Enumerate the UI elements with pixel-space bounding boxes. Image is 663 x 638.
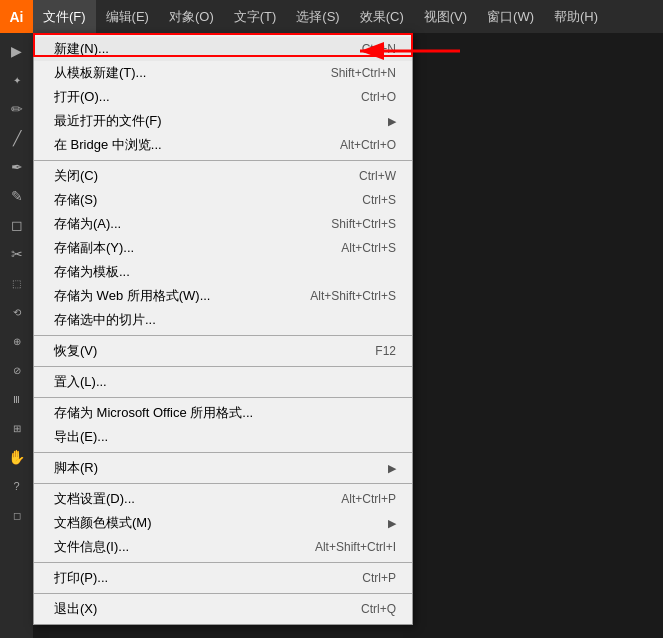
menu-item-file-info[interactable]: 文件信息(I)... Alt+Shift+Ctrl+I <box>34 535 412 559</box>
menu-item-save-slices-label: 存储选中的切片... <box>54 311 396 329</box>
menu-item-save-slices[interactable]: 存储选中的切片... <box>34 308 412 332</box>
menu-view[interactable]: 视图(V) <box>414 0 477 33</box>
menu-item-file-info-label: 文件信息(I)... <box>54 538 285 556</box>
menu-item-recent-arrow: ▶ <box>388 115 396 128</box>
divider-7 <box>34 562 412 563</box>
menu-item-place[interactable]: 置入(L)... <box>34 370 412 394</box>
menu-item-revert-shortcut: F12 <box>375 344 396 358</box>
menu-help[interactable]: 帮助(H) <box>544 0 608 33</box>
menu-bar: Ai 文件(F) 编辑(E) 对象(O) 文字(T) 选择(S) 效果(C) 视… <box>0 0 663 33</box>
divider-6 <box>34 483 412 484</box>
toolbar: ▶ ✦ ✏ ╱ ✒ ✎ ◻ ✂ ⬚ ⟲ ⊕ ⊘ Ⅲ ⊞ ✋ ? ◻ <box>0 33 33 638</box>
menu-item-close-shortcut: Ctrl+W <box>359 169 396 183</box>
menu-item-new-template-label: 从模板新建(T)... <box>54 64 301 82</box>
menu-item-exit[interactable]: 退出(X) Ctrl+Q <box>34 597 412 621</box>
menu-item-recent[interactable]: 最近打开的文件(F) ▶ <box>34 109 412 133</box>
menu-effect[interactable]: 效果(C) <box>350 0 414 33</box>
menu-item-save-as[interactable]: 存储为(A)... Shift+Ctrl+S <box>34 212 412 236</box>
menu-item-bridge-label: 在 Bridge 中浏览... <box>54 136 310 154</box>
divider-3 <box>34 366 412 367</box>
menu-object[interactable]: 对象(O) <box>159 0 224 33</box>
menu-item-recent-label: 最近打开的文件(F) <box>54 112 378 130</box>
menu-item-export-label: 导出(E)... <box>54 428 396 446</box>
menu-item-color-mode-arrow: ▶ <box>388 517 396 530</box>
menu-item-save-as-shortcut: Shift+Ctrl+S <box>331 217 396 231</box>
tool-hand[interactable]: ✋ <box>3 443 31 471</box>
menu-select[interactable]: 选择(S) <box>286 0 349 33</box>
divider-5 <box>34 452 412 453</box>
menu-item-file-info-shortcut: Alt+Shift+Ctrl+I <box>315 540 396 554</box>
menu-item-save-as-label: 存储为(A)... <box>54 215 301 233</box>
menu-item-exit-shortcut: Ctrl+Q <box>361 602 396 616</box>
menu-item-scripts-arrow: ▶ <box>388 462 396 475</box>
menu-items: 文件(F) 编辑(E) 对象(O) 文字(T) 选择(S) 效果(C) 视图(V… <box>33 0 608 33</box>
menu-edit[interactable]: 编辑(E) <box>96 0 159 33</box>
menu-item-close-label: 关闭(C) <box>54 167 329 185</box>
tool-column[interactable]: Ⅲ <box>3 385 31 413</box>
menu-item-save-web-shortcut: Alt+Shift+Ctrl+S <box>310 289 396 303</box>
menu-item-scripts[interactable]: 脚本(R) ▶ <box>34 456 412 480</box>
menu-item-print-label: 打印(P)... <box>54 569 332 587</box>
menu-item-save-template-label: 存储为模板... <box>54 263 396 281</box>
app-logo: Ai <box>0 0 33 33</box>
menu-item-color-mode[interactable]: 文档颜色模式(M) ▶ <box>34 511 412 535</box>
menu-item-print-shortcut: Ctrl+P <box>362 571 396 585</box>
tool-brush[interactable]: ✎ <box>3 182 31 210</box>
menu-item-open[interactable]: 打开(O)... Ctrl+O <box>34 85 412 109</box>
menu-item-save-template[interactable]: 存储为模板... <box>34 260 412 284</box>
menu-window[interactable]: 窗口(W) <box>477 0 544 33</box>
menu-item-save-office-label: 存储为 Microsoft Office 所用格式... <box>54 404 396 422</box>
menu-item-print[interactable]: 打印(P)... Ctrl+P <box>34 566 412 590</box>
menu-item-close[interactable]: 关闭(C) Ctrl+W <box>34 164 412 188</box>
menu-item-doc-settings-label: 文档设置(D)... <box>54 490 311 508</box>
menu-item-save-copy-label: 存储副本(Y)... <box>54 239 311 257</box>
divider-8 <box>34 593 412 594</box>
menu-item-save[interactable]: 存储(S) Ctrl+S <box>34 188 412 212</box>
menu-text[interactable]: 文字(T) <box>224 0 287 33</box>
menu-item-doc-settings[interactable]: 文档设置(D)... Alt+Ctrl+P <box>34 487 412 511</box>
menu-item-save-label: 存储(S) <box>54 191 332 209</box>
menu-item-color-mode-label: 文档颜色模式(M) <box>54 514 378 532</box>
menu-item-new-template-shortcut: Shift+Ctrl+N <box>331 66 396 80</box>
menu-item-revert[interactable]: 恢复(V) F12 <box>34 339 412 363</box>
menu-item-open-label: 打开(O)... <box>54 88 331 106</box>
menu-item-save-copy[interactable]: 存储副本(Y)... Alt+Ctrl+S <box>34 236 412 260</box>
tool-rotate[interactable]: ⬚ <box>3 269 31 297</box>
menu-item-new-label: 新建(N)... <box>54 40 332 58</box>
tool-pen[interactable]: ✏ <box>3 95 31 123</box>
menu-file[interactable]: 文件(F) <box>33 0 96 33</box>
tool-transform[interactable]: ⟲ <box>3 298 31 326</box>
menu-item-save-web-label: 存储为 Web 所用格式(W)... <box>54 287 280 305</box>
menu-item-bridge[interactable]: 在 Bridge 中浏览... Alt+Ctrl+O <box>34 133 412 157</box>
file-dropdown-menu: 新建(N)... Ctrl+N 从模板新建(T)... Shift+Ctrl+N… <box>33 33 413 625</box>
tool-shape[interactable]: ◻ <box>3 211 31 239</box>
menu-item-bridge-shortcut: Alt+Ctrl+O <box>340 138 396 152</box>
menu-item-save-web[interactable]: 存储为 Web 所用格式(W)... Alt+Shift+Ctrl+S <box>34 284 412 308</box>
divider-1 <box>34 160 412 161</box>
menu-item-exit-label: 退出(X) <box>54 600 331 618</box>
menu-item-save-shortcut: Ctrl+S <box>362 193 396 207</box>
menu-item-scripts-label: 脚本(R) <box>54 459 378 477</box>
red-arrow-annotation <box>350 36 470 66</box>
menu-item-save-office[interactable]: 存储为 Microsoft Office 所用格式... <box>34 401 412 425</box>
tool-zoom[interactable]: ? <box>3 472 31 500</box>
divider-4 <box>34 397 412 398</box>
tool-extra[interactable]: ◻ <box>3 501 31 529</box>
tool-scissors[interactable]: ✂ <box>3 240 31 268</box>
tool-pencil[interactable]: ✒ <box>3 153 31 181</box>
tool-blend[interactable]: ⊕ <box>3 327 31 355</box>
menu-item-revert-label: 恢复(V) <box>54 342 345 360</box>
tool-gradient[interactable]: ⊞ <box>3 414 31 442</box>
menu-item-doc-settings-shortcut: Alt+Ctrl+P <box>341 492 396 506</box>
tool-line[interactable]: ╱ <box>3 124 31 152</box>
menu-item-open-shortcut: Ctrl+O <box>361 90 396 104</box>
tool-direct-select[interactable]: ✦ <box>3 66 31 94</box>
menu-item-save-copy-shortcut: Alt+Ctrl+S <box>341 241 396 255</box>
menu-item-export[interactable]: 导出(E)... <box>34 425 412 449</box>
menu-item-place-label: 置入(L)... <box>54 373 396 391</box>
tool-eyedropper[interactable]: ⊘ <box>3 356 31 384</box>
tool-select[interactable]: ▶ <box>3 37 31 65</box>
divider-2 <box>34 335 412 336</box>
